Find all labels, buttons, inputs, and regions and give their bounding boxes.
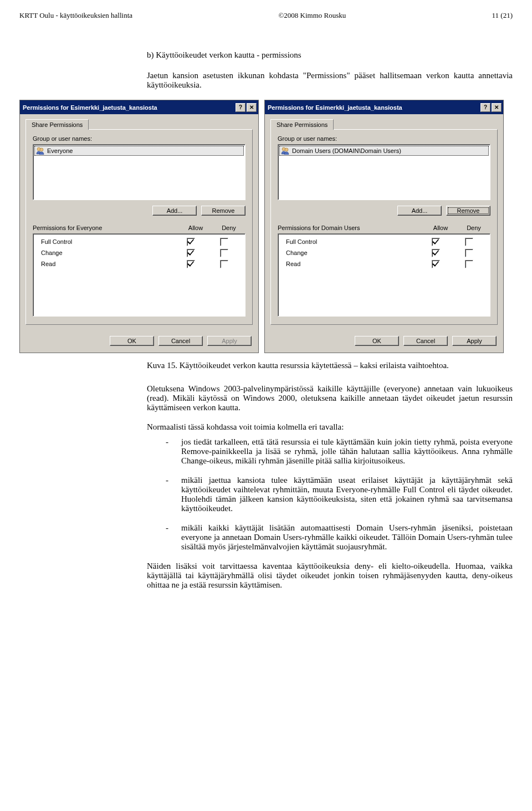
list-item[interactable]: Everyone	[34, 146, 244, 156]
principal-name: Everyone	[47, 147, 73, 154]
allow-column-header: Allow	[424, 225, 457, 231]
group-icon	[281, 147, 290, 155]
group-user-label: Group or user names:	[278, 135, 490, 142]
header-right: 11 (21)	[492, 11, 513, 20]
allow-read-checkbox[interactable]	[187, 260, 195, 268]
bullet-text: jos tiedät tarkalleen, että tätä resurss…	[181, 437, 513, 466]
ok-button[interactable]: OK	[110, 336, 154, 346]
cancel-button[interactable]: Cancel	[403, 336, 448, 346]
closing-paragraph: Näiden lisäksi voit tarvittaessa kaventa…	[147, 562, 513, 590]
dialog-title: Permissions for Esimerkki_jaetusta_kansi…	[268, 104, 402, 111]
deny-full-checkbox[interactable]	[220, 238, 228, 246]
section-heading: b) Käyttöoikeudet verkon kautta - permis…	[147, 50, 513, 60]
svg-point-1	[40, 148, 43, 151]
ok-button[interactable]: OK	[355, 336, 399, 346]
paragraph: Oletuksena Windows 2003-palvelinympärist…	[147, 384, 513, 412]
allow-read-checkbox[interactable]	[432, 260, 440, 268]
allow-column-header: Allow	[179, 225, 212, 231]
header-center: ©2008 Kimmo Rousku	[278, 11, 346, 20]
help-icon[interactable]: ?	[480, 103, 490, 112]
permissions-for-label: Permissions for Everyone	[33, 225, 179, 231]
perm-name: Full Control	[38, 238, 174, 245]
intro-paragraph: Jaetun kansion asetusten ikkunan kohdast…	[147, 71, 513, 90]
deny-column-header: Deny	[457, 225, 490, 231]
group-user-label: Group or user names:	[33, 135, 245, 142]
allow-change-checkbox[interactable]	[187, 249, 195, 257]
allow-change-checkbox[interactable]	[432, 249, 440, 257]
permissions-dialog-right: Permissions for Esimerkki_jaetusta_kansi…	[264, 100, 504, 353]
add-button[interactable]: Add...	[397, 206, 442, 216]
deny-full-checkbox[interactable]	[465, 238, 473, 246]
deny-change-checkbox[interactable]	[220, 249, 228, 257]
perm-name: Change	[283, 249, 419, 256]
apply-button[interactable]: Apply	[207, 336, 252, 346]
cancel-button[interactable]: Cancel	[158, 336, 203, 346]
list-item[interactable]: Domain Users (DOMAIN\Domain Users)	[279, 146, 489, 156]
perm-name: Change	[38, 249, 174, 256]
group-icon	[36, 147, 45, 155]
permissions-for-label: Permissions for Domain Users	[278, 225, 424, 231]
principals-listbox[interactable]: Domain Users (DOMAIN\Domain Users)	[278, 144, 490, 200]
perm-name: Read	[283, 261, 419, 267]
permissions-list: Full Control Change Read	[33, 233, 245, 317]
deny-read-checkbox[interactable]	[220, 260, 228, 268]
principals-listbox[interactable]: Everyone	[33, 144, 245, 200]
bullet-text: mikäli kaikki käyttäjät lisätään automaa…	[181, 523, 513, 552]
deny-read-checkbox[interactable]	[465, 260, 473, 268]
bullet-dash: -	[163, 476, 181, 513]
permissions-dialog-left: Permissions for Esimerkki_jaetusta_kansi…	[19, 100, 259, 353]
close-icon[interactable]: ✕	[492, 103, 502, 112]
tab-share-permissions[interactable]: Share Permissions	[25, 119, 89, 130]
permissions-list: Full Control Change Read	[278, 233, 490, 317]
deny-column-header: Deny	[212, 225, 245, 231]
remove-button[interactable]: Remove	[446, 206, 490, 216]
tab-share-permissions[interactable]: Share Permissions	[270, 119, 334, 130]
header-left: KRTT Oulu - käyttöoikeuksien hallinta	[19, 11, 132, 20]
bullet-text: mikäli jaettua kansiota tulee käyttämään…	[181, 476, 513, 513]
dialog-title: Permissions for Esimerkki_jaetusta_kansi…	[23, 104, 157, 111]
svg-point-3	[285, 148, 288, 151]
help-icon[interactable]: ?	[236, 103, 245, 112]
bullet-dash: -	[163, 437, 181, 466]
close-icon[interactable]: ✕	[247, 103, 257, 112]
paragraph: Normaalisti tässä kohdassa voit toimia k…	[147, 422, 513, 432]
principal-name: Domain Users (DOMAIN\Domain Users)	[292, 147, 401, 154]
perm-name: Full Control	[283, 238, 419, 245]
apply-button[interactable]: Apply	[452, 336, 497, 346]
add-button[interactable]: Add...	[152, 206, 197, 216]
deny-change-checkbox[interactable]	[465, 249, 473, 257]
figure-caption: Kuva 15. Käyttöoikeudet verkon kautta re…	[147, 361, 513, 370]
remove-button[interactable]: Remove	[201, 206, 245, 216]
bullet-dash: -	[163, 523, 181, 552]
allow-full-checkbox[interactable]	[432, 238, 440, 246]
allow-full-checkbox[interactable]	[187, 238, 195, 246]
perm-name: Read	[38, 261, 174, 267]
